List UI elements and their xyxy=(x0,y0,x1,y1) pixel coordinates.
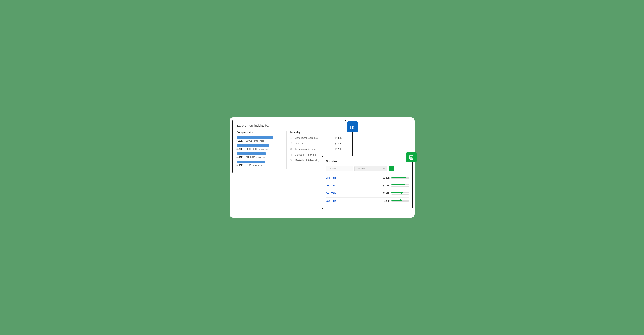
bar-track xyxy=(236,136,273,139)
salary-job-title[interactable]: Job Title xyxy=(326,176,383,179)
bar-employee-range: 1-200 employees xyxy=(246,164,262,166)
bar-salary: $115K xyxy=(236,164,243,166)
industry-name: Consumer Electronics xyxy=(295,137,333,139)
industry-salary: $125K xyxy=(335,148,342,151)
salary-bar-bg xyxy=(392,192,409,193)
bar-label: $120K | 1,001-10,000 employees xyxy=(236,148,283,150)
salary-bar-marker xyxy=(400,199,400,201)
salary-bar-marker xyxy=(403,184,403,186)
salary-bar-marker xyxy=(401,192,402,194)
linkedin-logo: in xyxy=(347,121,358,132)
industry-heading: Industry xyxy=(290,131,342,134)
salary-bar-fill xyxy=(392,177,406,178)
chevron-down-icon: ▼ xyxy=(383,168,385,170)
salary-bar-container xyxy=(392,184,409,187)
location-select[interactable]: Location ▼ xyxy=(354,166,387,171)
salary-amount: $98k xyxy=(384,200,389,202)
industry-num: 4 xyxy=(290,153,293,156)
salary-row-top: Job Title $102k xyxy=(326,192,409,195)
salary-job-title[interactable]: Job Title xyxy=(326,192,383,195)
glassdoor-panel: Salaries Job Title Location ▼ Job Title … xyxy=(322,156,413,209)
industry-row: 2 Internet $130K xyxy=(290,142,342,145)
salary-row: Job Title $102k xyxy=(326,190,409,198)
industry-row: 1 Consumer Electronics $135K xyxy=(290,136,342,139)
company-size-bar-row: $115K | 1-200 employees xyxy=(236,161,283,166)
salary-row-top: Job Title $98k xyxy=(326,200,409,202)
salary-bar-bg xyxy=(392,184,409,185)
bar-salary: $120K xyxy=(236,148,243,150)
search-button[interactable] xyxy=(389,166,394,171)
salary-amount: $102k xyxy=(382,192,389,195)
industry-name: Computer Hardware xyxy=(295,153,340,156)
company-size-bar-row: $120K | 1,001-10,000 employees xyxy=(236,144,283,150)
glassdoor-logo xyxy=(406,152,416,162)
salary-row-top: Job Title $118k xyxy=(326,184,409,187)
salaries-title: Salaries xyxy=(326,160,409,163)
salary-bar-container xyxy=(392,177,409,179)
company-size-bar-row: $115K | 201-1,000 employees xyxy=(236,152,283,158)
company-size-bars: $122K | 10,001+ employees $120K | 1,001-… xyxy=(236,136,283,166)
salary-bar-container xyxy=(392,200,409,202)
salary-bar-bg xyxy=(392,177,409,178)
salary-bar-bg2 xyxy=(392,201,409,202)
bar-employee-range: 201-1,000 employees xyxy=(246,156,266,158)
industry-row: 4 Computer Hardware xyxy=(290,153,342,156)
industry-num: 5 xyxy=(290,159,293,162)
salary-bar-bg2 xyxy=(392,186,409,187)
bar-employee-range: 10,001+ employees xyxy=(246,140,264,142)
bar-track xyxy=(236,152,266,155)
industry-salary: $135K xyxy=(335,137,342,139)
salary-amount: $118k xyxy=(382,184,389,187)
bar-employee-range: 1,001-10,000 employees xyxy=(246,148,269,150)
bar-label: $122K | 10,001+ employees xyxy=(236,140,283,142)
filter-row: Job Title Location ▼ xyxy=(326,166,409,171)
salary-bar-bg2 xyxy=(392,178,409,179)
bar-salary: $115K xyxy=(236,156,243,158)
salary-row: Job Title $118k xyxy=(326,182,409,190)
linkedin-logo-text: in xyxy=(350,124,354,130)
job-title-input[interactable]: Job Title xyxy=(326,166,353,171)
bar-track xyxy=(236,144,270,147)
salary-job-title[interactable]: Job Title xyxy=(326,184,383,187)
industry-num: 1 xyxy=(290,136,293,139)
industry-num: 3 xyxy=(290,147,293,151)
bar-track xyxy=(236,161,265,163)
salary-bar-bg2 xyxy=(392,194,409,194)
salary-row-top: Job Title $120k xyxy=(326,176,409,179)
industry-num: 2 xyxy=(290,142,293,145)
salary-bar-container xyxy=(392,192,409,194)
bar-label: $115K | 1-200 employees xyxy=(236,164,283,166)
glassdoor-icon xyxy=(408,154,414,161)
salary-bar-fill xyxy=(392,184,405,185)
salary-bar-bg xyxy=(392,200,409,201)
salary-row: Job Title $98k xyxy=(326,198,409,205)
salary-bar-marker xyxy=(404,176,404,178)
industry-row: 3 Telecommunications $125K xyxy=(290,147,342,151)
company-size-bar-row: $122K | 10,001+ employees xyxy=(236,136,283,142)
outer-card: Explore more insights by... Company size… xyxy=(230,117,414,218)
company-size-section: Company size $122K | 10,001+ employees $… xyxy=(236,131,287,169)
company-size-heading: Company size xyxy=(236,131,283,134)
bar-label: $115K | 201-1,000 employees xyxy=(236,156,283,158)
salary-row: Job Title $120k xyxy=(326,174,409,182)
industry-salary: $130K xyxy=(335,142,342,145)
salary-amount: $120k xyxy=(382,176,389,179)
svg-rect-4 xyxy=(410,157,413,159)
salary-job-title[interactable]: Job Title xyxy=(326,200,384,202)
salary-rows-container: Job Title $120k Job Title $118k xyxy=(326,174,409,205)
bar-salary: $122K xyxy=(236,140,243,142)
industry-name: Telecommunications xyxy=(295,148,333,151)
explore-title: Explore more insights by... xyxy=(236,124,342,127)
industry-name: Internet xyxy=(295,142,333,145)
